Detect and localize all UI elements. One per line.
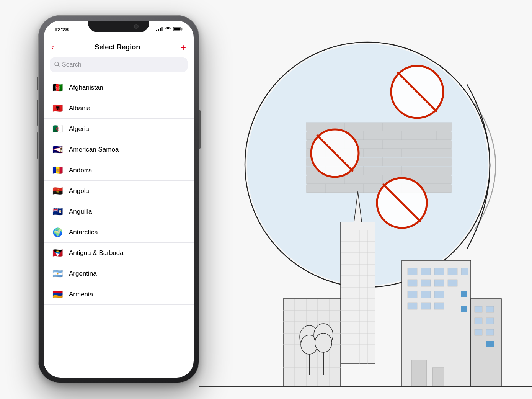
- nav-title: Select Region: [95, 43, 140, 51]
- country-item[interactable]: 🇦🇷 Argentina: [44, 263, 194, 284]
- country-item[interactable]: 🇦🇩 Andorra: [44, 160, 194, 181]
- svg-rect-1: [158, 29, 159, 32]
- status-icons: [156, 27, 183, 31]
- svg-rect-0: [156, 30, 157, 31]
- country-flag: 🇦🇱: [51, 103, 64, 113]
- back-button[interactable]: ‹: [51, 43, 54, 52]
- country-item[interactable]: 🇦🇮 Anguilla: [44, 201, 194, 222]
- svg-rect-84: [421, 291, 431, 298]
- country-name: Antarctica: [69, 229, 98, 236]
- country-flag: 🇦🇸: [51, 145, 64, 155]
- status-time: 12:28: [54, 26, 69, 33]
- country-name: American Samoa: [69, 146, 119, 154]
- svg-rect-74: [408, 268, 417, 275]
- country-flag: 🇦🇴: [51, 186, 64, 196]
- volume-up-button: [37, 100, 38, 126]
- svg-rect-100: [486, 341, 494, 347]
- search-bar[interactable]: Search: [50, 57, 188, 72]
- country-name: Algeria: [69, 125, 89, 133]
- country-flag: 🇦🇮: [51, 207, 64, 217]
- svg-rect-76: [434, 268, 444, 275]
- svg-rect-77: [448, 268, 457, 275]
- svg-line-7: [58, 65, 60, 67]
- country-flag: 🇩🇿: [51, 124, 64, 134]
- phone-mockup: 12:28: [38, 15, 199, 383]
- phone-body: 12:28: [38, 15, 199, 383]
- country-list: 🇦🇫 Afghanistan 🇦🇱 Albania 🇩🇿 Algeria 🇦🇸 …: [44, 77, 194, 378]
- country-name: Angola: [69, 187, 89, 195]
- country-item[interactable]: 🇦🇸 American Samoa: [44, 139, 194, 160]
- svg-rect-75: [421, 268, 431, 275]
- volume-down-button: [37, 132, 38, 159]
- country-flag: 🇦🇩: [51, 165, 64, 175]
- signal-icon: [156, 27, 163, 31]
- battery-icon: [173, 27, 183, 31]
- country-name: Anguilla: [69, 208, 92, 216]
- country-flag: 🇦🇷: [51, 269, 64, 279]
- svg-rect-86: [408, 303, 417, 309]
- country-item[interactable]: 🌍 Antarctica: [44, 222, 194, 243]
- illustration-svg: [199, 0, 532, 399]
- svg-rect-91: [411, 360, 427, 387]
- svg-rect-82: [448, 280, 457, 286]
- svg-rect-5: [174, 28, 181, 31]
- svg-rect-83: [408, 291, 417, 298]
- country-item[interactable]: 🇩🇿 Algeria: [44, 119, 194, 139]
- country-name: Armenia: [69, 291, 93, 298]
- country-item[interactable]: 🇦🇫 Afghanistan: [44, 77, 194, 98]
- country-name: Argentina: [69, 270, 97, 278]
- svg-rect-94: [475, 306, 482, 312]
- svg-rect-88: [434, 303, 444, 309]
- svg-rect-80: [421, 280, 431, 286]
- svg-rect-79: [408, 280, 417, 286]
- front-camera: [134, 24, 139, 29]
- svg-rect-96: [475, 318, 482, 324]
- search-placeholder-text: Search: [62, 61, 82, 68]
- svg-rect-2: [160, 28, 161, 31]
- svg-rect-99: [486, 329, 494, 335]
- svg-rect-89: [461, 291, 467, 297]
- country-flag: 🇦🇲: [51, 289, 64, 299]
- svg-rect-92: [432, 368, 444, 387]
- country-item[interactable]: 🇦🇬 Antigua & Barbuda: [44, 243, 194, 263]
- country-item[interactable]: 🇦🇲 Armenia: [44, 284, 194, 305]
- svg-rect-58: [341, 222, 375, 364]
- svg-rect-98: [475, 329, 482, 335]
- country-item[interactable]: 🇦🇱 Albania: [44, 98, 194, 119]
- wifi-icon: [165, 27, 171, 31]
- country-flag: 🌍: [51, 227, 64, 237]
- country-name: Albania: [69, 105, 91, 112]
- svg-rect-78: [461, 268, 468, 275]
- search-icon: [54, 62, 60, 68]
- svg-rect-87: [421, 303, 431, 309]
- country-name: Afghanistan: [69, 84, 103, 92]
- svg-rect-90: [461, 306, 467, 312]
- svg-rect-95: [486, 306, 494, 312]
- notch: [88, 21, 149, 32]
- mute-button: [37, 77, 38, 90]
- nav-bar: ‹ Select Region +: [44, 38, 194, 57]
- svg-rect-3: [162, 27, 163, 31]
- svg-rect-81: [434, 280, 444, 286]
- illustration: [199, 0, 532, 399]
- country-flag: 🇦🇫: [51, 83, 64, 93]
- svg-rect-97: [486, 318, 494, 324]
- svg-point-116: [315, 333, 332, 352]
- magnifier-icon: [54, 62, 60, 67]
- country-item[interactable]: 🇦🇴 Angola: [44, 181, 194, 201]
- phone-screen: 12:28: [44, 21, 194, 378]
- country-name: Antigua & Barbuda: [69, 249, 124, 257]
- svg-rect-85: [434, 291, 444, 298]
- country-flag: 🇦🇬: [51, 248, 64, 258]
- country-name: Andorra: [69, 167, 92, 174]
- add-button[interactable]: +: [181, 42, 186, 53]
